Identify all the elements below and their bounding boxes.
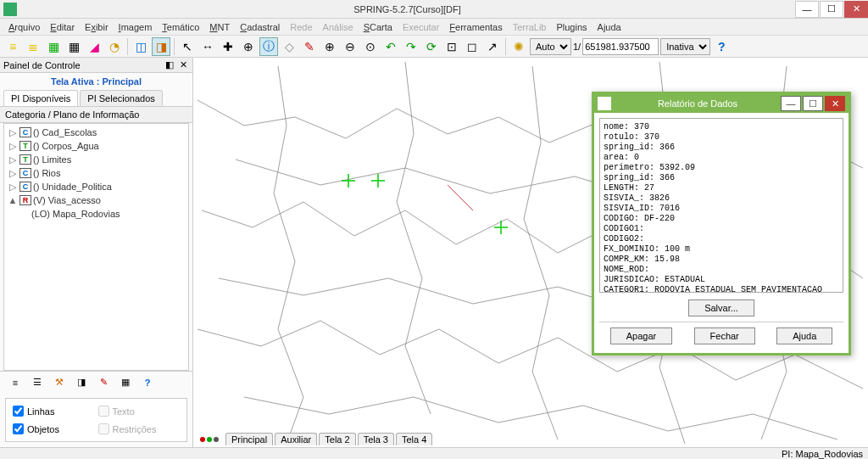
apagar-button[interactable]: Apagar [610, 327, 672, 344]
panel-close-icon[interactable]: ✕ [177, 59, 189, 71]
menu-ferramentas[interactable]: Ferramentas [444, 20, 507, 34]
dialog-maximize-button[interactable]: ☐ [803, 96, 823, 111]
statusbar: PI: Mapa_Rodovias [0, 447, 868, 459]
category-t-icon: T [19, 141, 31, 151]
panel-toggle-icon[interactable]: ◫ [131, 37, 150, 56]
inativa-select[interactable]: Inativa [660, 38, 710, 55]
fechar-button[interactable]: Fechar [694, 327, 755, 344]
refresh-icon[interactable]: ⟳ [422, 37, 441, 56]
db-icon[interactable]: ≡ [3, 37, 22, 56]
zoom-sel-icon[interactable]: ⊡ [442, 37, 461, 56]
tab-pi-selecionados[interactable]: PI Selecionados [80, 90, 163, 106]
panel-tabs: PI Disponíveis PI Selecionados [0, 90, 192, 107]
maptab-tela3[interactable]: Tela 3 [358, 433, 394, 445]
tree-icon[interactable]: ☰ [29, 374, 46, 391]
category-t-icon: T [19, 154, 31, 165]
pencil-icon[interactable]: ✎ [300, 37, 319, 56]
tree-item-cad-escolas[interactable]: ▷C() Cad_Escolas [8, 126, 185, 139]
status-pi: PI: Mapa_Rodovias [782, 449, 863, 459]
map-tabs: Principal Auxiliar Tela 2 Tela 3 Tela 4 [200, 433, 432, 445]
grid-icon[interactable]: ▦ [64, 37, 83, 56]
menu-tematico[interactable]: Temático [157, 20, 204, 34]
scale-input[interactable] [582, 38, 659, 55]
tool1-icon[interactable]: ⚒ [51, 374, 68, 391]
auto-select[interactable]: Auto [530, 38, 571, 55]
panel-title: Painel de Controle [3, 60, 162, 70]
tree-item-corpos-agua[interactable]: ▷T() Corpos_Agua [8, 139, 185, 153]
maptab-auxiliar[interactable]: Auxiliar [275, 433, 317, 445]
pan-icon[interactable]: ↔ [198, 37, 217, 56]
menu-cadastral[interactable]: Cadastral [235, 20, 285, 34]
zoom-full-icon[interactable]: ⊙ [361, 37, 380, 56]
menu-imagem[interactable]: Imagem [114, 20, 158, 34]
menubar: Arquivo Editar Exibir Imagem Temático MN… [0, 19, 868, 36]
zoom-out-icon[interactable]: ⊖ [341, 37, 359, 56]
map-mode-icon[interactable]: ◨ [152, 37, 170, 56]
panel-help-icon[interactable]: ? [139, 374, 156, 391]
category-c-icon: C [19, 168, 31, 178]
tree-item-limites[interactable]: ▷T() Limites [8, 153, 185, 166]
dialog-titlebar[interactable]: Relatório de Dados — ☐ ✕ [594, 94, 849, 113]
plus-icon[interactable]: ✚ [219, 37, 237, 56]
tool2-icon[interactable]: ◨ [73, 374, 90, 391]
dialog-title: Relatório de Dados [616, 98, 779, 109]
minimize-button[interactable]: — [795, 1, 819, 18]
edit-icon[interactable]: ✎ [95, 374, 112, 391]
maptab-tela4[interactable]: Tela 4 [396, 433, 432, 445]
tab-pi-disponiveis[interactable]: PI Disponíveis [3, 90, 78, 106]
menu-rede: Rede [285, 20, 317, 34]
panel-float-icon[interactable]: ◧ [164, 59, 175, 71]
target-icon[interactable]: ⊕ [239, 37, 258, 56]
layer-tree[interactable]: ▷C() Cad_Escolas ▷T() Corpos_Agua ▷T() L… [3, 123, 189, 371]
menu-exibir[interactable]: Exibir [80, 20, 114, 34]
info-icon[interactable]: ⓘ [259, 37, 278, 56]
window-title: SPRING-5.2.7[Curso][DF] [20, 4, 794, 14]
menu-editar[interactable]: Editar [45, 20, 80, 34]
menu-scarta[interactable]: SCarta [359, 20, 398, 34]
undo-icon[interactable]: ↶ [381, 37, 400, 56]
extent-icon[interactable]: ◻ [463, 37, 481, 56]
disk-icon[interactable]: ◔ [105, 37, 124, 56]
table-icon[interactable]: ▦ [117, 374, 134, 391]
chk-linhas[interactable]: Linhas [13, 406, 95, 417]
help-icon[interactable]: ? [712, 37, 731, 56]
display-options: Linhas Texto Objetos Restrições [5, 398, 187, 442]
maximize-button[interactable]: ☐ [820, 1, 843, 18]
category-r-icon: R [19, 195, 31, 205]
measure-icon[interactable]: ↗ [483, 37, 502, 56]
menu-arquivo[interactable]: Arquivo [3, 20, 45, 34]
tree-item-vias-acesso[interactable]: ▲R(V) Vias_acesso [8, 193, 185, 207]
cursor-icon[interactable]: ↖ [178, 37, 197, 56]
dot-green-icon[interactable] [207, 437, 212, 442]
globe-icon[interactable]: ✺ [509, 37, 528, 56]
report-textarea[interactable] [599, 118, 843, 293]
db2-icon[interactable]: ≣ [24, 37, 42, 56]
layers-icon[interactable]: ▦ [44, 37, 63, 56]
maptab-principal[interactable]: Principal [225, 433, 273, 445]
close-button[interactable]: ✕ [844, 1, 868, 18]
dot-grey-icon[interactable] [214, 437, 219, 442]
redo-icon[interactable]: ↷ [402, 37, 420, 56]
menu-mnt[interactable]: MNT [204, 20, 235, 34]
ajuda-button[interactable]: Ajuda [776, 327, 832, 344]
category-c-icon: C [19, 127, 31, 137]
eraser-icon[interactable]: ◢ [85, 37, 103, 56]
zoom-in-icon[interactable]: ⊕ [320, 37, 339, 56]
chk-objetos[interactable]: Objetos [13, 423, 95, 434]
dot-red-icon[interactable] [200, 437, 205, 442]
tree-item-rios[interactable]: ▷C() Rios [8, 166, 185, 180]
tree-item-mapa-rodovias[interactable]: (LO) Mapa_Rodovias [8, 207, 185, 221]
list-icon[interactable]: ≡ [7, 374, 24, 391]
dialog-minimize-button[interactable]: — [781, 96, 801, 111]
menu-plugins[interactable]: Plugins [551, 20, 592, 34]
ruler-icon[interactable]: ◇ [280, 37, 298, 56]
menu-analise: Análise [318, 20, 359, 34]
salvar-button[interactable]: Salvar... [688, 299, 754, 316]
scale-prefix: 1/ [573, 42, 581, 52]
menu-ajuda[interactable]: Ajuda [593, 20, 626, 34]
tree-item-unidade-politica[interactable]: ▷C() Unidade_Politica [8, 180, 185, 193]
control-panel: Painel de Controle ◧ ✕ Tela Ativa : Prin… [0, 58, 193, 447]
dialog-close-button[interactable]: ✕ [825, 96, 845, 111]
dialog-app-icon [598, 97, 611, 110]
maptab-tela2[interactable]: Tela 2 [319, 433, 355, 445]
